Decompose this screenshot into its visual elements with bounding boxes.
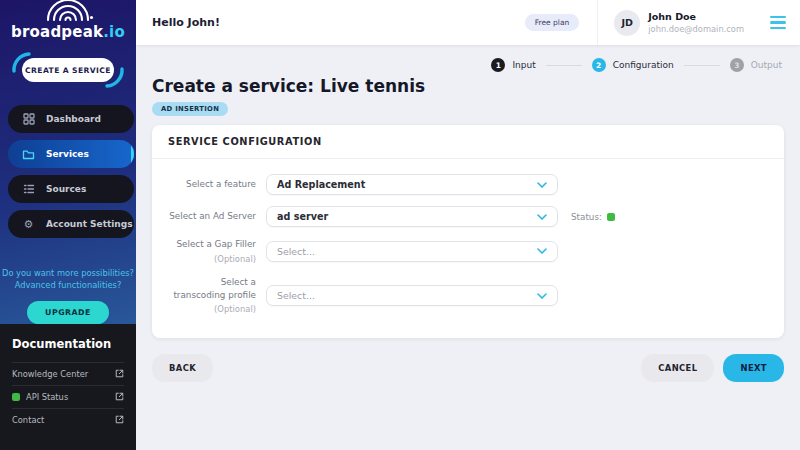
top-bar: Hello John! Free plan JD John Doe john.d… — [136, 0, 800, 45]
hamburger-menu-icon[interactable] — [770, 16, 786, 29]
upgrade-promo: Do you want more possibilities? Advanced… — [0, 267, 136, 324]
services-folder-icon — [22, 148, 35, 161]
avatar: JD — [614, 10, 640, 36]
sidebar-item-sources[interactable]: Sources — [8, 175, 134, 203]
step-label: Configuration — [613, 60, 674, 70]
app-window: broadpeak.io CREATE A SERVICE Dashboard — [0, 0, 800, 450]
sidebar-item-services[interactable]: Services — [8, 140, 134, 168]
transcoding-profile-select[interactable]: Select... — [266, 285, 558, 306]
documentation-section: Documentation Knowledge Center API Statu… — [0, 324, 136, 450]
form-row-ad-server: Select an Ad Server ad server Status: — [168, 206, 768, 227]
form-row-feature: Select a feature Ad Replacement — [168, 174, 768, 195]
service-configuration-card: SERVICE CONFIGURATION Select a feature A… — [152, 125, 784, 338]
external-link-icon — [115, 369, 124, 378]
brand-name: broadpeak.io — [0, 23, 136, 41]
feature-select[interactable]: Ad Replacement — [266, 174, 558, 195]
greeting-text: Hello John! — [152, 16, 220, 29]
sidebar-item-label: Services — [46, 149, 89, 159]
sidebar-item-dashboard[interactable]: Dashboard — [8, 105, 134, 133]
main-area: Hello John! Free plan JD John Doe john.d… — [136, 0, 800, 450]
actions-right: CANCEL NEXT — [641, 354, 784, 382]
select-value: ad server — [277, 211, 328, 222]
user-meta: John Doe john.doe@domain.com — [648, 11, 744, 34]
doc-link-label: API Status — [26, 392, 68, 402]
plan-badge: Free plan — [525, 14, 580, 31]
upgrade-button[interactable]: UPGRADE — [27, 301, 109, 324]
select-placeholder: Select... — [277, 246, 315, 257]
ad-server-select[interactable]: ad server — [266, 206, 558, 227]
form-row-transcoding-profile: Select a transcoding profile(Optional) S… — [168, 276, 768, 316]
step-configuration: 2 Configuration — [592, 58, 674, 72]
top-bar-right: Free plan JD John Doe john.doe@domain.co… — [525, 0, 786, 45]
step-connector — [546, 65, 582, 66]
field-label: Select an Ad Server — [168, 210, 256, 223]
broadpeak-logo-icon — [40, 0, 96, 22]
select-placeholder: Select... — [277, 290, 315, 301]
ad-insertion-badge: AD INSERTION — [152, 102, 228, 116]
wizard-actions: BACK CANCEL NEXT — [152, 354, 784, 382]
doc-link-knowledge-center[interactable]: Knowledge Center — [12, 362, 124, 385]
sidebar-item-label: Account Settings — [46, 219, 133, 229]
documentation-title: Documentation — [12, 337, 124, 362]
sidebar-item-account-settings[interactable]: ⚙ Account Settings — [8, 210, 134, 238]
sidebar-item-label: Sources — [46, 184, 86, 194]
page-title: Create a service: Live tennis — [152, 76, 784, 96]
field-label: Select a feature — [168, 178, 256, 191]
chevron-down-icon — [537, 293, 547, 299]
gear-icon: ⚙ — [22, 218, 35, 231]
user-menu[interactable]: JD John Doe john.doe@domain.com — [597, 0, 744, 45]
step-output: 3 Output — [730, 58, 782, 72]
doc-link-api-status[interactable]: API Status — [12, 385, 124, 408]
wizard-stepper: 1 Input 2 Configuration 3 Output — [152, 58, 782, 72]
sources-list-icon — [22, 183, 35, 196]
doc-link-label: Contact — [12, 415, 44, 425]
user-email: john.doe@domain.com — [648, 24, 744, 34]
step-label: Output — [751, 60, 782, 70]
dashboard-icon — [22, 113, 35, 126]
sidebar-item-label: Dashboard — [46, 114, 101, 124]
doc-link-contact[interactable]: Contact — [12, 408, 124, 431]
brand-logo: broadpeak.io — [0, 0, 136, 41]
select-value: Ad Replacement — [277, 179, 365, 190]
status-label: Status: — [571, 212, 602, 222]
external-link-icon — [115, 415, 124, 424]
create-service-button[interactable]: CREATE A SERVICE — [22, 58, 114, 82]
form-row-gap-filler: Select a Gap Filler(Optional) Select... — [168, 238, 768, 265]
ad-server-status: Status: — [571, 212, 615, 222]
field-label: Select a Gap Filler(Optional) — [168, 238, 256, 265]
create-service-wrap: CREATE A SERVICE — [17, 55, 119, 85]
page-content: 1 Input 2 Configuration 3 Output Create … — [136, 45, 800, 450]
api-status-green-dot — [12, 393, 20, 401]
chevron-down-icon — [537, 214, 547, 220]
next-button[interactable]: NEXT — [723, 354, 784, 382]
cancel-button[interactable]: CANCEL — [641, 354, 714, 382]
step-number: 1 — [491, 58, 505, 72]
external-link-icon — [115, 392, 124, 401]
step-connector — [684, 65, 720, 66]
card-body: Select a feature Ad Replacement Select a… — [152, 159, 784, 338]
user-name: John Doe — [648, 11, 744, 22]
step-input: 1 Input — [491, 58, 535, 72]
chevron-down-icon — [537, 248, 547, 254]
field-label: Select a transcoding profile(Optional) — [168, 276, 256, 316]
step-number: 2 — [592, 58, 606, 72]
promo-line-2: Advanced functionalities? — [0, 279, 136, 291]
promo-line-1: Do you want more possibilities? — [0, 267, 136, 279]
chevron-down-icon — [537, 182, 547, 188]
step-number: 3 — [730, 58, 744, 72]
gap-filler-select[interactable]: Select... — [266, 241, 558, 262]
step-label: Input — [512, 60, 535, 70]
doc-link-label: Knowledge Center — [12, 369, 88, 379]
sidebar: broadpeak.io CREATE A SERVICE Dashboard — [0, 0, 136, 450]
status-green-square — [607, 213, 615, 221]
card-title: SERVICE CONFIGURATION — [152, 125, 784, 159]
sidebar-nav: Dashboard Services Sources ⚙ Account Set… — [0, 105, 136, 245]
back-button[interactable]: BACK — [152, 354, 213, 382]
